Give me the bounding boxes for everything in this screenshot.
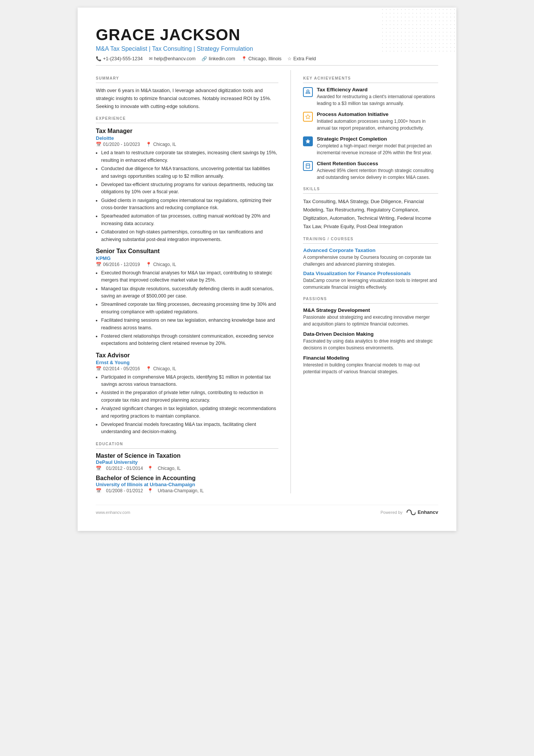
contact-phone: 📞 +1-(234)-555-1234 bbox=[96, 56, 143, 61]
degree-1-title: Bachelor of Science in Accounting bbox=[96, 475, 278, 482]
job-1-meta: 📅 06/2016 - 12/2019 📍 Chicago, IL bbox=[96, 262, 278, 267]
job-0-meta: 📅 01/2020 - 10/2023 📍 Chicago, IL bbox=[96, 142, 278, 147]
pin-icon: 📍 bbox=[146, 366, 151, 371]
bullet-item: Executed thorough financial analyses for… bbox=[101, 269, 278, 284]
job-0-company: Deloitte bbox=[96, 135, 278, 141]
job-2-bullets: Participated in comprehensive M&A projec… bbox=[96, 374, 278, 436]
summary-label: SUMMARY bbox=[96, 76, 278, 80]
achievement-2-icon bbox=[303, 136, 313, 146]
star-icon: ☆ bbox=[287, 56, 292, 61]
achievement-1: Process Automation Initiative Initiated … bbox=[303, 111, 438, 131]
location-icon: 📍 bbox=[241, 56, 247, 61]
contact-bar: 📞 +1-(234)-555-1234 ✉ help@enhancv.com 🔗… bbox=[96, 56, 438, 66]
linkedin-icon: 🔗 bbox=[201, 56, 207, 61]
training-section: TRAINING / COURSES Advanced Corporate Ta… bbox=[303, 237, 438, 291]
achievement-3-icon bbox=[303, 161, 313, 171]
email-icon: ✉ bbox=[149, 56, 153, 61]
degree-0-school: DePaul University bbox=[96, 459, 278, 465]
bullet-item: Developed financial models forecasting M… bbox=[101, 421, 278, 436]
passion-2-title: Financial Modeling bbox=[303, 355, 438, 361]
bullet-item: Fostered client relationships through co… bbox=[101, 333, 278, 347]
bullet-item: Led a team to restructure corporate tax … bbox=[101, 149, 278, 164]
experience-section: EXPERIENCE Tax Manager Deloitte 📅 01/202… bbox=[96, 116, 278, 435]
passion-1-desc: Fascinated by using data analytics to dr… bbox=[303, 338, 438, 351]
job-2-location: 📍 Chicago, IL bbox=[146, 366, 176, 371]
course-1-title: Data Visualization for Finance Professio… bbox=[303, 271, 438, 276]
footer-brand: Powered by Enhancv bbox=[381, 509, 438, 516]
achievements-label: KEY ACHIEVEMENTS bbox=[303, 76, 438, 80]
pin-icon: 📍 bbox=[147, 488, 153, 493]
skills-label: SKILLS bbox=[303, 187, 438, 191]
education-section: EDUCATION Master of Science in Taxation … bbox=[96, 442, 278, 493]
achievement-3-title: Client Retention Success bbox=[317, 161, 438, 166]
achievement-0: Tax Efficiency Award Awarded for restruc… bbox=[303, 87, 438, 107]
job-2-title: Tax Advisor bbox=[96, 352, 278, 359]
bullet-item: Collaborated on high-stakes partnerships… bbox=[101, 229, 278, 243]
passion-2-desc: Interested in building complex financial… bbox=[303, 362, 438, 375]
footer: www.enhancv.com Powered by Enhancv bbox=[96, 505, 438, 516]
contact-location: 📍 Chicago, Illinois bbox=[241, 56, 282, 61]
enhancv-brand-name: Enhancv bbox=[418, 509, 438, 515]
job-1-title: Senior Tax Consultant bbox=[96, 248, 278, 255]
job-1-dates: 📅 06/2016 - 12/2019 bbox=[96, 262, 140, 267]
course-0: Advanced Corporate Taxation A comprehens… bbox=[303, 247, 438, 268]
summary-section: SUMMARY With over 6 years in M&A taxatio… bbox=[96, 76, 278, 110]
bullet-item: Streamlined corporate tax filing process… bbox=[101, 301, 278, 316]
achievement-1-title: Process Automation Initiative bbox=[317, 111, 438, 117]
svg-marker-1 bbox=[306, 139, 311, 143]
achievement-2-title: Strategic Project Completion bbox=[317, 136, 438, 142]
passion-0-title: M&A Strategy Development bbox=[303, 307, 438, 313]
job-0-title: Tax Manager bbox=[96, 128, 278, 135]
degree-1-meta: 📅 01/2008 - 01/2012 📍 Urbana-Champaign, … bbox=[96, 488, 278, 493]
achievement-2-desc: Completed a high-impact merger model tha… bbox=[317, 142, 438, 156]
course-0-title: Advanced Corporate Taxation bbox=[303, 247, 438, 253]
decorative-dot-pattern bbox=[381, 8, 456, 53]
skills-text: Tax Consulting, M&A Strategy, Due Dilige… bbox=[303, 197, 438, 231]
bullet-item: Participated in comprehensive M&A projec… bbox=[101, 374, 278, 388]
achievement-1-content: Process Automation Initiative Initiated … bbox=[317, 111, 438, 131]
passions-section: PASSIONS M&A Strategy Development Passio… bbox=[303, 297, 438, 375]
bullet-item: Facilitated training sessions on new tax… bbox=[101, 317, 278, 332]
achievement-2: Strategic Project Completion Completed a… bbox=[303, 136, 438, 156]
passions-label: PASSIONS bbox=[303, 297, 438, 301]
training-label: TRAINING / COURSES bbox=[303, 237, 438, 241]
passion-1: Data-Driven Decision Making Fascinated b… bbox=[303, 331, 438, 351]
job-2-company: Ernst & Young bbox=[96, 360, 278, 365]
contact-extra: ☆ Extra Field bbox=[287, 56, 316, 61]
pin-icon: 📍 bbox=[146, 262, 151, 267]
job-0-location: 📍 Chicago, IL bbox=[146, 142, 176, 147]
achievement-1-icon bbox=[303, 112, 313, 122]
calendar-icon: 📅 bbox=[96, 366, 101, 371]
bullet-item: Managed tax dispute resolutions, success… bbox=[101, 285, 278, 300]
degree-0-meta: 📅 01/2012 - 01/2014 📍 Chicago, IL bbox=[96, 466, 278, 471]
education-label: EDUCATION bbox=[96, 442, 278, 446]
passion-2: Financial Modeling Interested in buildin… bbox=[303, 355, 438, 375]
degree-0: Master of Science in Taxation DePaul Uni… bbox=[96, 452, 278, 471]
powered-by-label: Powered by bbox=[381, 510, 403, 515]
bullet-item: Developed tax-efficient structuring prog… bbox=[101, 181, 278, 196]
course-1-desc: DataCamp course on leveraging visualizat… bbox=[303, 277, 438, 291]
job-0: Tax Manager Deloitte 📅 01/2020 - 10/2023… bbox=[96, 128, 278, 243]
pin-icon: 📍 bbox=[146, 142, 151, 147]
enhancv-logo-icon bbox=[405, 509, 415, 516]
job-2-dates: 📅 02/2014 - 05/2016 bbox=[96, 366, 140, 371]
achievement-3-desc: Achieved 95% client retention through st… bbox=[317, 167, 438, 181]
job-2-meta: 📅 02/2014 - 05/2016 📍 Chicago, IL bbox=[96, 366, 278, 371]
calendar-icon: 📅 bbox=[96, 262, 101, 267]
course-1: Data Visualization for Finance Professio… bbox=[303, 271, 438, 291]
svg-rect-2 bbox=[306, 164, 310, 168]
left-column: SUMMARY With over 6 years in M&A taxatio… bbox=[96, 70, 278, 493]
bullet-item: Spearheaded automation of tax processes,… bbox=[101, 213, 278, 227]
bullet-item: Conducted due diligence for M&A transact… bbox=[101, 165, 278, 180]
achievements-section: KEY ACHIEVEMENTS Tax Efficiency Award Aw… bbox=[303, 76, 438, 181]
pin-icon: 📍 bbox=[147, 466, 153, 471]
achievement-0-desc: Awarded for restructuring a client's int… bbox=[317, 93, 438, 107]
job-2: Tax Advisor Ernst & Young 📅 02/2014 - 05… bbox=[96, 352, 278, 436]
bullet-item: Assisted in the preparation of private l… bbox=[101, 389, 278, 404]
calendar-icon: 📅 bbox=[96, 142, 101, 147]
phone-icon: 📞 bbox=[96, 56, 101, 61]
passion-1-title: Data-Driven Decision Making bbox=[303, 331, 438, 337]
calendar-icon: 📅 bbox=[96, 466, 101, 471]
degree-1-school: University of Illinois at Urbana-Champai… bbox=[96, 482, 278, 487]
summary-text: With over 6 years in M&A taxation, I lev… bbox=[96, 87, 278, 110]
